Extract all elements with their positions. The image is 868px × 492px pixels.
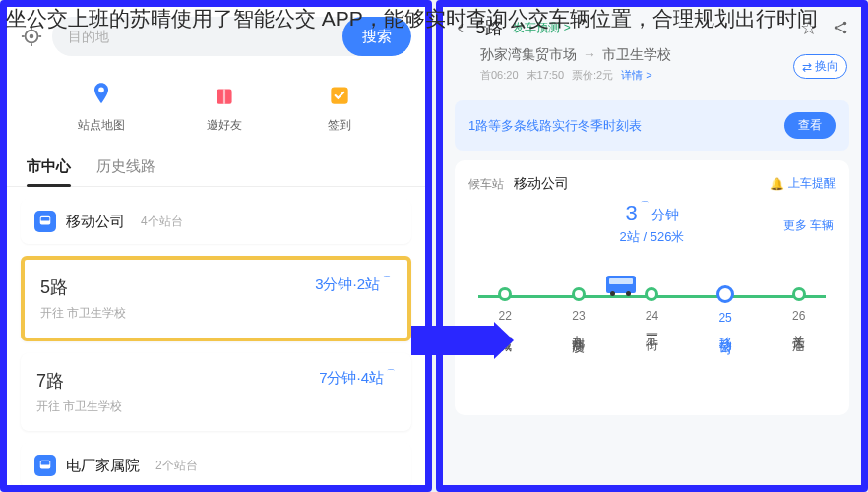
quick-invite[interactable]: 邀好友 [207, 80, 242, 134]
route-destination: 开往 市卫生学校 [40, 305, 126, 322]
stop-name: 关帝庙 [790, 325, 808, 384]
gift-icon [210, 80, 239, 109]
connector-arrow [411, 326, 496, 355]
stop-24[interactable]: 24五一街 [643, 287, 660, 386]
swap-direction-button[interactable]: ⇄换向 [793, 54, 847, 79]
tab-downtown[interactable]: 市中心 [27, 157, 71, 186]
stop-25[interactable]: 25移动公司 [716, 287, 734, 386]
swap-icon: ⇄ [802, 60, 812, 74]
eta-distance: 2站 / 526米 [468, 228, 836, 246]
signal-icon: ⌒ [640, 199, 650, 213]
station-platforms: 4个站台 [141, 214, 183, 230]
stop-26[interactable]: 26关帝庙 [790, 287, 808, 386]
bus-stop-icon [34, 211, 56, 232]
route-eta: 3分钟·2站⌒ [315, 276, 392, 294]
svg-rect-11 [41, 217, 50, 221]
route-eta: 7分钟·4站⌒ [319, 369, 396, 388]
stop-dot [645, 287, 658, 301]
quick-label: 站点地图 [78, 117, 125, 134]
quick-label: 邀好友 [207, 117, 242, 134]
stop-name: 九州商厦 [570, 325, 588, 384]
stop-dot [498, 287, 512, 301]
stop-dot [572, 287, 586, 301]
wait-card: 候车站 移动公司 🔔上车提醒 3⌒分钟 2站 / 526米 更多 车辆 22商业… [455, 160, 849, 415]
right-panel: ‹ 5路 发车预测 > ☆ 孙家湾集贸市场→市卫生学校 首06:20末17:50… [436, 0, 868, 492]
tab-history[interactable]: 历史线路 [96, 157, 155, 186]
svg-point-6 [98, 88, 104, 93]
signal-icon: ⌒ [382, 274, 392, 287]
station-platforms: 2个站台 [155, 458, 198, 474]
quick-station-map[interactable]: 站点地图 [78, 80, 125, 134]
svg-point-1 [30, 34, 34, 39]
stop-number: 23 [572, 309, 585, 323]
signal-icon: ⌒ [386, 367, 396, 381]
wait-label: 候车站 [468, 177, 504, 191]
bus-stop-icon [34, 455, 56, 476]
stop-name: 移动公司 [716, 327, 734, 386]
map-pin-icon [87, 80, 116, 109]
route-card-5[interactable]: 5路 开往 市卫生学校 3分钟·2站⌒ [21, 256, 411, 341]
svg-rect-13 [41, 461, 50, 465]
left-panel: 搜索 站点地图 邀好友 签到 [0, 0, 432, 492]
notice-banner: 1路等多条线路实行冬季时刻表 查看 [455, 100, 849, 151]
stop-23[interactable]: 23九州商厦 [570, 287, 588, 386]
route-name: 5路 [40, 276, 126, 299]
route-destination: 开往 市卫生学校 [36, 399, 122, 415]
stop-number: 24 [646, 309, 658, 323]
quick-label: 签到 [328, 117, 351, 134]
stops-track: 22商业城23九州商厦24五一街25移动公司26关帝庙 [468, 274, 836, 392]
stop-number: 26 [792, 309, 805, 323]
stop-dot [792, 287, 806, 301]
stop-number: 25 [718, 311, 731, 325]
route-card-7[interactable]: 7路 开往 市卫生学校 7分钟·4站⌒ [21, 353, 411, 431]
bell-icon: 🔔 [770, 177, 784, 191]
eta-value: 3⌒分钟 [625, 201, 678, 226]
wait-stop: 移动公司 [514, 175, 569, 191]
banner-view-button[interactable]: 查看 [784, 112, 836, 139]
stop-number: 22 [499, 309, 512, 323]
page-caption: 坐公交上班的苏晴使用了智能公交 APP，能够实时查询公交车辆位置，合理规划出行时… [0, 4, 868, 33]
quick-checkin[interactable]: 签到 [325, 80, 354, 134]
detail-link[interactable]: 详情 > [621, 68, 651, 83]
svg-rect-8 [223, 90, 225, 104]
banner-text: 1路等多条线路实行冬季时刻表 [468, 117, 642, 135]
station-item-2[interactable]: 电厂家属院 2个站台 [21, 443, 411, 488]
station-item[interactable]: 移动公司 4个站台 [21, 199, 411, 244]
more-vehicles-link[interactable]: 更多 车辆 [783, 217, 834, 234]
calendar-check-icon [325, 80, 354, 109]
station-name: 电厂家属院 [66, 457, 140, 475]
route-name: 7路 [36, 369, 122, 393]
stop-dot [716, 285, 734, 303]
stop-name: 五一街 [643, 325, 660, 384]
station-name: 移动公司 [66, 213, 125, 231]
boarding-reminder[interactable]: 🔔上车提醒 [770, 175, 836, 192]
